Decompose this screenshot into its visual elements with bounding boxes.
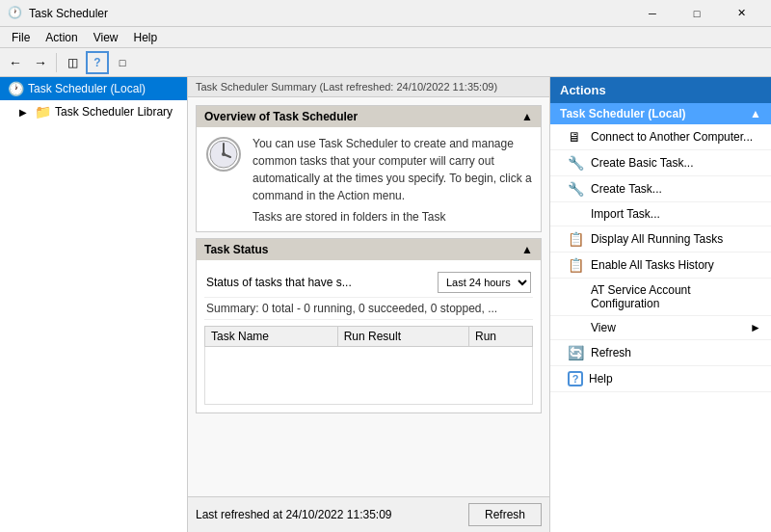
menu-help[interactable]: Help	[126, 27, 166, 48]
sidebar-item-library-label: Task Scheduler Library	[55, 105, 173, 119]
back-button[interactable]: ←	[4, 51, 27, 74]
menu-file[interactable]: File	[4, 27, 38, 48]
action-enable-history-label: Enable All Tasks History	[591, 258, 714, 272]
action-import[interactable]: Import Task...	[550, 202, 771, 226]
create-icon: 🔧	[568, 181, 585, 197]
close-button[interactable]: ✕	[719, 0, 763, 27]
app-icon: 🕐	[8, 6, 23, 21]
col-run-result: Run Result	[337, 327, 468, 347]
minimize-button[interactable]: ─	[630, 0, 675, 27]
content-body: Overview of Task Scheduler ▲	[188, 97, 549, 496]
history-icon: 📋	[568, 257, 585, 273]
sidebar-item-local-label: Task Scheduler (Local)	[28, 82, 146, 95]
overview-text2: Tasks are stored in folders in the Task	[204, 210, 533, 224]
action-view-label: View	[591, 321, 616, 334]
title-bar: 🕐 Task Scheduler ─ □ ✕	[0, 0, 771, 27]
sidebar: 🕐 Task Scheduler (Local) ▶ 📁 Task Schedu…	[0, 77, 188, 532]
folder-button[interactable]: ◫	[61, 51, 84, 74]
actions-panel: Actions Task Scheduler (Local) ▲ 🖥 Conne…	[549, 77, 771, 532]
task-status-header[interactable]: Task Status ▲	[197, 239, 541, 260]
actions-group-local[interactable]: Task Scheduler (Local) ▲	[550, 103, 771, 124]
task-status-content: Status of tasks that have s... Last 24 h…	[197, 260, 541, 412]
filter-label: Status of tasks that have s...	[206, 276, 432, 289]
action-connect[interactable]: 🖥 Connect to Another Computer...	[550, 124, 771, 150]
task-table-body	[205, 347, 533, 405]
task-status-panel: Task Status ▲ Status of tasks that have …	[196, 238, 542, 413]
action-import-label: Import Task...	[591, 207, 660, 221]
action-create-label: Create Task...	[591, 182, 662, 196]
menu-action[interactable]: Action	[38, 27, 85, 48]
action-display-running[interactable]: 📋 Display All Running Tasks	[550, 226, 771, 253]
help-icon: ?	[568, 371, 583, 386]
action-create-basic[interactable]: 🔧 Create Basic Task...	[550, 150, 771, 176]
main-layout: 🕐 Task Scheduler (Local) ▶ 📁 Task Schedu…	[0, 77, 771, 532]
running-icon: 📋	[568, 231, 585, 247]
content-header: Task Scheduler Summary (Last refreshed: …	[188, 77, 549, 97]
action-create[interactable]: 🔧 Create Task...	[550, 176, 771, 202]
actions-header: Actions	[550, 77, 771, 103]
task-table: Task Name Run Result Run	[204, 326, 533, 405]
last-refreshed-text: Last refreshed at 24/10/2022 11:35:09	[196, 508, 392, 521]
action-refresh-label: Refresh	[591, 346, 631, 359]
refresh-button[interactable]: Refresh	[468, 503, 542, 526]
menu-bar: File Action View Help	[0, 27, 771, 48]
overview-panel: Overview of Task Scheduler ▲	[196, 105, 542, 232]
properties-button[interactable]: □	[111, 51, 134, 74]
help-button[interactable]: ?	[86, 51, 109, 74]
filter-select[interactable]: Last 24 hours Last hour Last week Last m…	[438, 272, 531, 293]
connect-icon: 🖥	[568, 129, 585, 145]
svg-point-4	[222, 152, 226, 156]
submenu-arrow: ►	[750, 321, 761, 334]
action-enable-history[interactable]: 📋 Enable All Tasks History	[550, 253, 771, 279]
folder-icon: 📁	[35, 104, 51, 120]
sidebar-item-local[interactable]: 🕐 Task Scheduler (Local)	[0, 77, 187, 100]
clock-icon: 🕐	[8, 81, 24, 96]
forward-button[interactable]: →	[29, 51, 52, 74]
expand-icon: ▶	[19, 107, 31, 118]
menu-view[interactable]: View	[86, 27, 126, 48]
overview-text: You can use Task Scheduler to create and…	[253, 135, 533, 204]
action-connect-label: Connect to Another Computer...	[591, 130, 753, 144]
empty-row	[205, 347, 533, 405]
sidebar-item-library[interactable]: ▶ 📁 Task Scheduler Library	[0, 100, 187, 123]
toolbar-separator-1	[56, 53, 57, 72]
col-run: Run	[469, 327, 533, 347]
content-area: Task Scheduler Summary (Last refreshed: …	[188, 77, 549, 532]
maximize-button[interactable]: □	[675, 0, 719, 27]
action-at-service-label: AT Service Account Configuration	[591, 283, 761, 310]
action-at-service[interactable]: AT Service Account Configuration	[550, 279, 771, 316]
overview-header[interactable]: Overview of Task Scheduler ▲	[197, 106, 541, 127]
content-footer: Last refreshed at 24/10/2022 11:35:09 Re…	[188, 496, 549, 532]
toolbar: ← → ◫ ? □	[0, 48, 771, 77]
action-refresh[interactable]: 🔄 Refresh	[550, 340, 771, 366]
action-display-running-label: Display All Running Tasks	[591, 232, 723, 246]
clock-large-icon	[204, 135, 243, 173]
col-task-name: Task Name	[205, 327, 338, 347]
create-basic-icon: 🔧	[568, 155, 585, 171]
actions-group-label-text: Task Scheduler (Local)	[560, 107, 685, 120]
task-status-title: Task Status	[204, 243, 268, 256]
app-title: Task Scheduler	[29, 7, 108, 20]
actions-group-arrow: ▲	[750, 107, 761, 120]
action-create-basic-label: Create Basic Task...	[591, 156, 694, 170]
filter-row: Status of tasks that have s... Last 24 h…	[204, 268, 533, 298]
summary-text: Summary: 0 total - 0 running, 0 succeede…	[204, 298, 533, 320]
action-view[interactable]: View ►	[550, 316, 771, 340]
overview-content: You can use Task Scheduler to create and…	[197, 127, 541, 231]
overview-collapse-icon: ▲	[521, 110, 533, 123]
refresh-icon: 🔄	[568, 345, 585, 360]
action-help-label: Help	[589, 372, 613, 386]
action-help[interactable]: ? Help	[550, 366, 771, 392]
overview-title: Overview of Task Scheduler	[204, 110, 358, 123]
task-status-collapse-icon: ▲	[521, 243, 533, 256]
window-controls: ─ □ ✕	[630, 0, 763, 27]
